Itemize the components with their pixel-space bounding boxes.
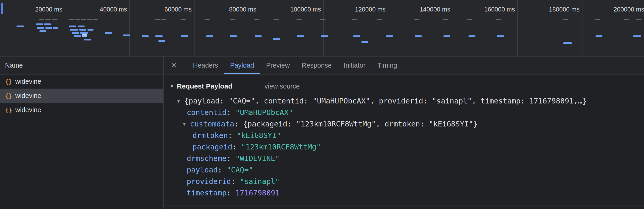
payload-tree-row[interactable]: contentid: "UMaHUPObcAX" [164, 107, 644, 118]
view-source-link[interactable]: view source [264, 83, 300, 90]
request-name: widevine [16, 78, 41, 85]
overview-bar-blue [362, 41, 368, 43]
json-str: "123km10RCF8WttMg" [241, 143, 321, 151]
payload-tree-row[interactable]: drmtoken: "kEiG8SYI" [164, 130, 644, 141]
overview-bar-gray [254, 19, 259, 20]
overview-bar-blue [69, 26, 76, 27]
json-plain: : [226, 108, 236, 117]
json-str: "kEiG8SYI" [237, 131, 281, 140]
overview-bar-gray [320, 19, 326, 20]
network-panel: Name {}widevine{}widevine{}widevine ✕ He… [0, 57, 644, 208]
timeline-gridline [194, 0, 194, 56]
overview-bar-blue [255, 35, 262, 37]
overview-bar-gray [75, 19, 80, 20]
payload-tree-row[interactable]: packageid: "123km10RCF8WttMg" [164, 141, 644, 153]
overview-bar-blue [72, 32, 79, 34]
payload-tree-row[interactable]: timestamp: 1716798091 [164, 187, 644, 199]
request-row-widevine[interactable]: {}widevine [0, 75, 163, 89]
tab-payload[interactable]: Payload [224, 57, 260, 74]
json-num: 1716798091 [236, 188, 280, 197]
name-column-header[interactable]: Name [0, 57, 163, 75]
request-row-widevine[interactable]: {}widevine [0, 103, 163, 117]
overview-bar-gray [296, 19, 302, 20]
payload-tree-row[interactable]: ▼customdata: {packageid: "123km10RCF8Wtt… [164, 118, 644, 130]
json-plain: {packageid: "123km10RCF8WttMg", drmtoken… [243, 120, 478, 128]
payload-tree-row[interactable]: payload: "CAQ=" [164, 164, 644, 176]
overview-bar-gray [636, 19, 642, 20]
timeline-gridline [388, 0, 388, 56]
timeline-gridline [258, 0, 259, 56]
overview-bar-blue [80, 32, 88, 34]
overview-bar-blue [79, 29, 86, 31]
overview-bar-gray [81, 19, 86, 20]
overview-bar-gray [468, 19, 472, 20]
overview-bar-blue [46, 27, 52, 29]
overview-bar-gray [93, 19, 98, 20]
overview-bar-blue [415, 35, 422, 37]
timeline-tick-label: 120000 ms [355, 6, 386, 13]
payload-tree-row[interactable]: ▼{payload: "CAQ=", contentid: "UMaHUPObc… [164, 95, 644, 107]
overview-bar-gray [52, 19, 58, 20]
overview-bar-blue [444, 35, 450, 37]
overview-bar-gray [496, 19, 501, 20]
request-name: widevine [16, 106, 41, 114]
overview-bar-gray [230, 19, 235, 20]
overview-bar-gray [69, 19, 74, 20]
json-braces-icon: {} [5, 78, 12, 85]
json-plain: : [226, 188, 236, 197]
timeline-tick-label: 80000 ms [229, 6, 256, 13]
timeline-gridline [324, 0, 324, 56]
overview-bar-blue [181, 35, 188, 37]
tab-timing[interactable]: Timing [372, 57, 403, 74]
timeline-tick-label: 100000 ms [290, 6, 321, 13]
overview-bar-blue [564, 42, 572, 44]
json-plain: {payload: "CAQ=", contentid: "UMaHUPObcA… [184, 97, 587, 105]
overview-bar-blue [633, 35, 641, 37]
overview-bar-blue [497, 35, 504, 37]
timeline-tick-label: 20000 ms [35, 6, 62, 13]
json-key: timestamp [187, 188, 226, 197]
overview-bar-blue [468, 35, 476, 37]
overview-bar-gray [414, 19, 419, 20]
tab-initiator[interactable]: Initiator [338, 57, 372, 74]
overview-bar-gray [624, 19, 629, 20]
overview-bar-gray [205, 19, 210, 20]
json-key: contentid [187, 108, 226, 117]
overview-bar-blue [70, 29, 78, 31]
overview-bar-blue [53, 27, 58, 29]
network-overview[interactable]: 20000 ms40000 ms60000 ms80000 ms100000 m… [0, 0, 644, 57]
request-row-widevine[interactable]: {}widevine [0, 89, 163, 103]
json-key: drmscheme [187, 154, 226, 163]
payload-tree-row[interactable]: providerid: "sainapl" [164, 176, 644, 187]
overview-bar-gray [274, 19, 278, 20]
request-payload-expander-icon[interactable]: ▼ [170, 83, 177, 89]
details-tab-bar: ✕ HeadersPayloadPreviewResponseInitiator… [164, 57, 644, 75]
close-icon[interactable]: ✕ [170, 61, 178, 70]
expander-icon[interactable]: ▼ [176, 96, 184, 107]
overview-bar-gray [564, 19, 568, 20]
timeline-gridline [453, 0, 453, 56]
overview-bar-blue [123, 35, 130, 36]
overview-bar-blue [78, 26, 84, 27]
overview-bar-blue [273, 38, 280, 40]
overview-bar-blue [84, 39, 91, 41]
json-str: "CAQ=" [226, 165, 253, 174]
json-plain: : [231, 177, 240, 186]
tab-headers[interactable]: Headers [187, 57, 224, 74]
tab-preview[interactable]: Preview [260, 57, 296, 74]
overview-bar-blue [105, 32, 112, 34]
timeline-tick-label: 40000 ms [100, 6, 127, 13]
details-tabs: HeadersPayloadPreviewResponseInitiatorTi… [187, 57, 403, 74]
json-plain: : [218, 165, 227, 174]
timeline-gridline [582, 0, 582, 56]
timeline-tick-label: 140000 ms [420, 6, 450, 13]
request-details-pane: ✕ HeadersPayloadPreviewResponseInitiator… [164, 57, 644, 208]
payload-tree-row[interactable]: drmscheme: "WIDEVINE" [164, 153, 644, 164]
overview-bar-gray [442, 19, 448, 20]
expander-icon[interactable]: ▼ [182, 119, 190, 130]
payload-json-tree: ▼{payload: "CAQ=", contentid: "UMaHUPObc… [164, 95, 644, 199]
overview-bar-gray [39, 19, 44, 20]
tab-response[interactable]: Response [296, 57, 338, 74]
overview-bar-blue [297, 35, 304, 37]
overview-bar-gray [155, 19, 160, 20]
